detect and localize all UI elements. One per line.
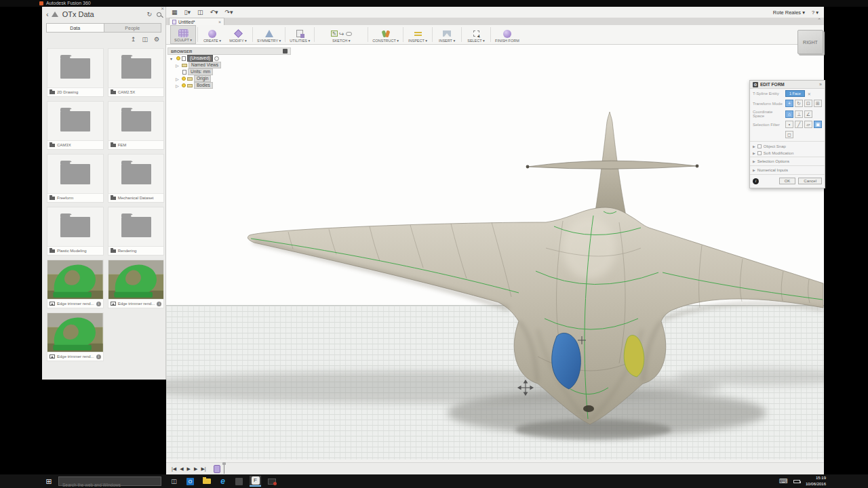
info-icon[interactable]: i — [96, 302, 101, 306]
edge-browser-icon[interactable]: e — [217, 476, 229, 487]
folder-card[interactable]: Plastic Modeling — [47, 207, 104, 256]
sculpt-button[interactable]: SCULPT ▾ — [170, 25, 196, 44]
scale-mode-button[interactable]: ⊡ — [804, 100, 812, 107]
folder-card[interactable]: FEM — [108, 101, 165, 150]
battery-icon[interactable] — [793, 480, 800, 483]
undo-icon[interactable]: ↶▾ — [210, 9, 218, 16]
collapse-toolbar-icon[interactable]: ⌃ — [817, 18, 821, 23]
node-label[interactable]: Origin — [194, 75, 211, 82]
outlook-icon[interactable]: O — [184, 476, 196, 487]
search-input[interactable] — [59, 481, 161, 488]
go-to-start-button[interactable]: |◀ — [172, 466, 176, 472]
taskbar-search[interactable] — [58, 476, 161, 486]
expander-icon[interactable]: ▶ — [753, 159, 755, 163]
folder-card[interactable]: Rendering — [108, 207, 165, 256]
folder-card[interactable]: Freeform — [47, 154, 104, 203]
dialog-dock-icon[interactable]: » — [819, 82, 822, 87]
help-menu[interactable]: ? ▾ — [812, 9, 818, 16]
browser-display-icon[interactable] — [283, 49, 288, 54]
fusion-360-taskbar-icon[interactable]: F — [250, 476, 261, 487]
ok-button[interactable]: OK — [779, 178, 796, 184]
step-back-button[interactable]: ◀ — [180, 466, 183, 472]
file-card[interactable]: Edge trimmer rend...i — [47, 312, 104, 361]
node-label[interactable]: Bodies — [194, 82, 213, 89]
construct-button[interactable]: CONSTRUCT ▾ — [370, 25, 401, 44]
insert-button[interactable]: INSERT ▾ — [434, 25, 460, 44]
select-button[interactable]: SELECT ▾ — [463, 25, 489, 44]
folder-card[interactable]: CAM2.5X — [108, 48, 165, 97]
inspect-button[interactable]: INSPECT ▾ — [405, 25, 431, 44]
3d-viewport[interactable]: BROWSER ▾ (Unsaved) ▷ Named Views — [166, 45, 824, 460]
expander-icon[interactable]: ▶ — [753, 151, 755, 155]
selection-options-section[interactable]: ▶ Selection Options — [750, 157, 825, 165]
step-forward-button[interactable]: ▶ — [194, 466, 197, 472]
entity-selection-chip[interactable]: 1 Face — [785, 90, 805, 97]
rotate-mode-button[interactable]: ↻ — [795, 100, 803, 107]
edit-form-title-bar[interactable]: ⚙ EDIT FORM » — [750, 81, 825, 89]
timeline-marker[interactable] — [224, 464, 224, 474]
refresh-icon[interactable]: ↻ — [146, 11, 152, 18]
utilities-button[interactable]: UTILITIES ▾ — [287, 25, 313, 44]
app-menu-icon[interactable]: ▦ — [172, 9, 178, 16]
store-icon[interactable] — [233, 476, 245, 487]
dialog-info-icon[interactable]: i — [753, 178, 759, 184]
visibility-bulb-icon[interactable] — [182, 83, 186, 87]
root-node-label[interactable]: (Unsaved) — [187, 55, 213, 62]
expander-icon[interactable]: ▷ — [176, 77, 180, 81]
expander-icon[interactable]: ▶ — [753, 144, 755, 148]
body-filter-button[interactable]: ▣ — [814, 121, 822, 128]
screen-recorder-icon[interactable] — [266, 476, 277, 487]
folder-card[interactable]: Mechanical Dataset — [108, 154, 165, 203]
settings-gear-icon[interactable]: ⚙ — [154, 36, 159, 43]
play-button[interactable]: ▶ — [187, 466, 191, 472]
browser-header[interactable]: BROWSER — [167, 47, 291, 55]
form-feature-icon[interactable] — [214, 465, 220, 473]
document-tab[interactable]: Untitled* × — [169, 18, 224, 25]
clear-selection-icon[interactable]: ✕ — [808, 92, 811, 96]
soft-modification-checkbox[interactable] — [757, 151, 762, 155]
user-account-menu[interactable]: Rote Reales ▾ — [773, 9, 805, 16]
visibility-bulb-icon[interactable] — [182, 77, 186, 81]
expander-icon[interactable]: ▾ — [170, 56, 175, 61]
expander-icon[interactable]: ▷ — [176, 83, 180, 88]
browser-row-named-views[interactable]: ▷ Named Views — [167, 62, 291, 68]
world-space-button[interactable]: ⌂ — [785, 110, 793, 118]
all-filter-button[interactable]: ◻ — [785, 131, 793, 138]
node-label[interactable]: Units: mm — [188, 68, 213, 75]
object-snap-toggle[interactable]: ▶ Object Snap — [750, 143, 825, 150]
clock[interactable]: 15:19 10/06/2016 — [806, 475, 826, 487]
file-card[interactable]: Edge trimmer rend...i — [108, 260, 165, 308]
folder-card[interactable]: 2D Drawing — [47, 48, 104, 97]
cancel-button[interactable]: Cancel — [798, 178, 822, 184]
new-folder-icon[interactable]: ◫ — [142, 36, 148, 43]
save-icon[interactable]: ◫ — [197, 9, 203, 16]
close-panel-icon[interactable]: × — [161, 5, 164, 12]
expander-icon[interactable]: ▶ — [753, 168, 755, 172]
multi-mode-button[interactable]: ⊞ — [814, 100, 822, 107]
local-space-button[interactable]: ⊥ — [795, 110, 803, 118]
edge-filter-button[interactable]: ╱ — [795, 121, 803, 128]
upload-icon[interactable]: ↥ — [131, 36, 136, 43]
info-icon[interactable]: i — [96, 354, 101, 359]
folder-card[interactable]: CAM3X — [47, 101, 104, 150]
redo-icon[interactable]: ↷▾ — [225, 9, 233, 16]
file-card[interactable]: Edge trimmer rend...i — [47, 260, 104, 308]
numerical-inputs-section[interactable]: ▶ Numerical Inputs — [750, 165, 825, 174]
info-icon[interactable]: i — [157, 302, 161, 306]
browser-row-units[interactable]: Units: mm — [167, 68, 291, 75]
task-view-icon[interactable]: ◫ — [168, 476, 180, 487]
create-button[interactable]: CREATE ▾ — [199, 25, 225, 44]
vertex-filter-button[interactable]: • — [785, 121, 793, 128]
start-button[interactable]: ⊞ — [41, 477, 57, 486]
go-to-end-button[interactable]: ▶| — [201, 466, 205, 472]
translate-mode-button[interactable]: + — [785, 100, 793, 107]
expander-icon[interactable]: ▷ — [176, 63, 180, 68]
sketch-button[interactable]: ✎↪SKETCH ▾ — [316, 25, 366, 44]
back-icon[interactable]: ‹ — [46, 10, 49, 18]
display-settings-icon[interactable] — [214, 56, 219, 61]
file-explorer-icon[interactable] — [201, 476, 212, 487]
tspline-aircraft-model[interactable] — [166, 45, 824, 460]
finish-form-button[interactable]: FINISH FORM — [492, 25, 522, 44]
file-menu-icon[interactable]: ▯▾ — [184, 9, 191, 16]
visibility-bulb-icon[interactable] — [176, 56, 180, 60]
